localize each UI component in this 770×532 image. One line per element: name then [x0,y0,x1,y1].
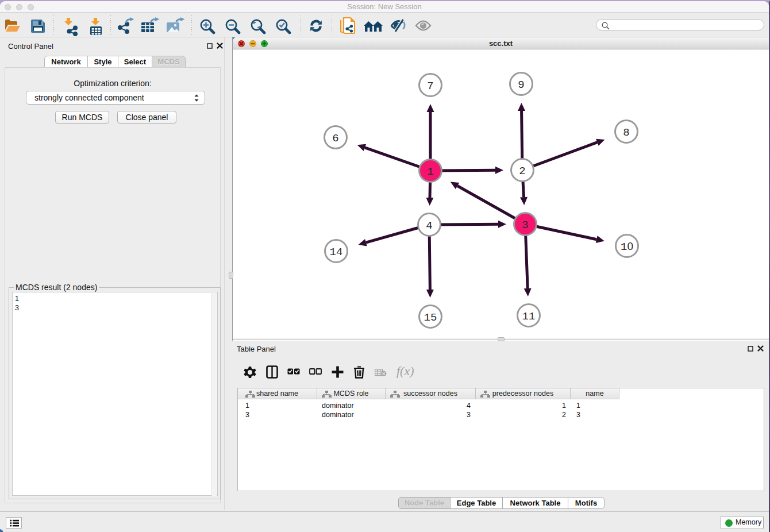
svg-text:9: 9 [518,79,524,91]
svg-text:6: 6 [332,132,338,145]
svg-text:4: 4 [426,219,432,232]
svg-text:10: 10 [621,240,633,253]
svg-text:15: 15 [424,311,437,324]
svg-text:14: 14 [330,246,343,259]
svg-text:3: 3 [522,219,528,232]
svg-text:11: 11 [522,310,536,323]
svg-text:1: 1 [427,165,433,178]
svg-text:8: 8 [623,126,629,139]
svg-text:7: 7 [427,80,433,92]
svg-text:2: 2 [519,165,525,178]
